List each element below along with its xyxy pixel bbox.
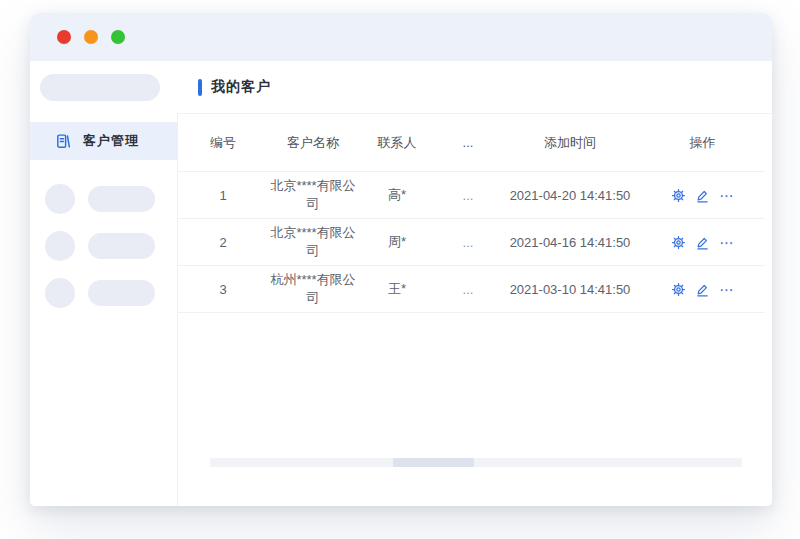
minimize-window-button[interactable] bbox=[84, 30, 98, 44]
app-window: 我的客户 客户管理 bbox=[30, 13, 772, 506]
placeholder-circle bbox=[45, 231, 75, 261]
cell-actions bbox=[640, 188, 765, 203]
column-header-more: ... bbox=[436, 135, 500, 150]
table-row: 3 杭州****有限公司 王* ... 2021-03-10 14:41:50 bbox=[178, 266, 765, 313]
edit-pencil-icon[interactable] bbox=[695, 235, 710, 250]
column-header-contact: 联系人 bbox=[358, 134, 436, 152]
cell-id: 2 bbox=[178, 235, 268, 250]
table-header-row: 编号 客户名称 联系人 ... 添加时间 操作 bbox=[178, 114, 765, 172]
sidebar-item-customer-management[interactable]: 客户管理 bbox=[30, 122, 177, 160]
cell-time: 2021-03-10 14:41:50 bbox=[500, 282, 640, 297]
maximize-window-button[interactable] bbox=[111, 30, 125, 44]
column-header-ops: 操作 bbox=[640, 134, 765, 152]
cell-time: 2021-04-20 14:41:50 bbox=[500, 188, 640, 203]
close-window-button[interactable] bbox=[57, 30, 71, 44]
settings-gear-icon[interactable] bbox=[671, 188, 686, 203]
settings-gear-icon[interactable] bbox=[671, 282, 686, 297]
cell-actions bbox=[640, 282, 765, 297]
cell-contact: 高* bbox=[358, 186, 436, 204]
sidebar-item-placeholder[interactable] bbox=[45, 278, 177, 308]
edit-pencil-icon[interactable] bbox=[695, 188, 710, 203]
table-row: 2 北京****有限公司 周* ... 2021-04-16 14:41:50 bbox=[178, 219, 765, 266]
sidebar: 客户管理 bbox=[30, 113, 177, 506]
edit-pencil-icon[interactable] bbox=[695, 282, 710, 297]
placeholder-circle bbox=[45, 278, 75, 308]
settings-gear-icon[interactable] bbox=[671, 235, 686, 250]
cell-actions bbox=[640, 235, 765, 250]
placeholder-pill bbox=[88, 233, 155, 259]
cell-id: 1 bbox=[178, 188, 268, 203]
placeholder-circle bbox=[45, 184, 75, 214]
cell-id: 3 bbox=[178, 282, 268, 297]
more-ellipsis-icon[interactable] bbox=[719, 235, 734, 250]
column-header-name: 客户名称 bbox=[268, 134, 358, 152]
cell-contact: 王* bbox=[358, 280, 436, 298]
table-row: 1 北京****有限公司 高* ... 2021-04-20 14:41:50 bbox=[178, 172, 765, 219]
title-accent-bar bbox=[198, 79, 202, 96]
column-header-id: 编号 bbox=[178, 134, 268, 152]
column-header-time: 添加时间 bbox=[500, 134, 640, 152]
page-title-text: 我的客户 bbox=[211, 78, 271, 96]
ledger-book-icon bbox=[55, 133, 72, 150]
customer-table: 编号 客户名称 联系人 ... 添加时间 操作 1 北京****有限公司 高* … bbox=[178, 114, 772, 313]
window-titlebar bbox=[30, 13, 772, 61]
sidebar-item-label: 客户管理 bbox=[83, 132, 139, 150]
cell-time: 2021-04-16 14:41:50 bbox=[500, 235, 640, 250]
sidebar-item-placeholder[interactable] bbox=[45, 184, 177, 214]
cell-name: 杭州****有限公司 bbox=[268, 271, 358, 307]
sidebar-placeholder-list bbox=[30, 184, 177, 308]
more-ellipsis-icon[interactable] bbox=[719, 282, 734, 297]
logo-area bbox=[30, 74, 177, 101]
horizontal-scrollbar-track[interactable] bbox=[210, 458, 742, 467]
placeholder-pill bbox=[88, 280, 155, 306]
horizontal-scrollbar-thumb[interactable] bbox=[393, 458, 474, 467]
cell-name: 北京****有限公司 bbox=[268, 177, 358, 213]
cell-more: ... bbox=[436, 235, 500, 250]
logo-placeholder bbox=[40, 74, 160, 101]
sidebar-item-placeholder[interactable] bbox=[45, 231, 177, 261]
more-ellipsis-icon[interactable] bbox=[719, 188, 734, 203]
cell-contact: 周* bbox=[358, 233, 436, 251]
page-title: 我的客户 bbox=[198, 78, 271, 96]
main-content: 编号 客户名称 联系人 ... 添加时间 操作 1 北京****有限公司 高* … bbox=[177, 113, 772, 506]
cell-name: 北京****有限公司 bbox=[268, 224, 358, 260]
page-header: 我的客户 bbox=[30, 61, 772, 113]
cell-more: ... bbox=[436, 188, 500, 203]
placeholder-pill bbox=[88, 186, 155, 212]
cell-more: ... bbox=[436, 282, 500, 297]
